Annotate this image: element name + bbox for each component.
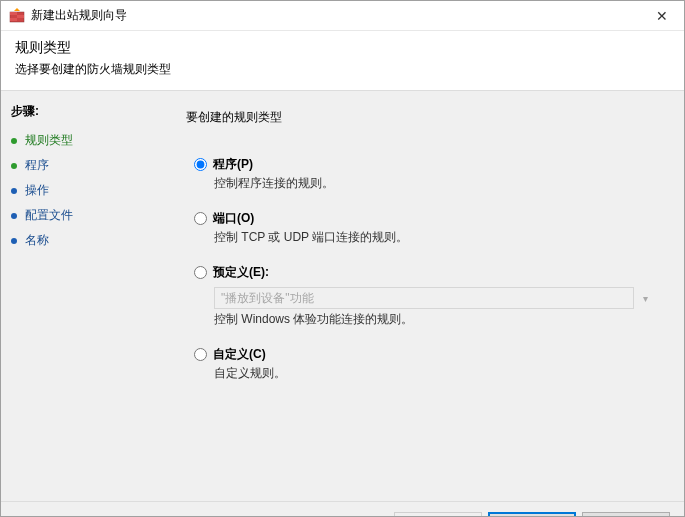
titlebar: 新建出站规则向导 ✕: [1, 1, 684, 31]
option-predefined: 预定义(E): "播放到设备"功能 ▾ 控制 Windows 体验功能连接的规则…: [194, 264, 654, 328]
radio-predefined[interactable]: 预定义(E):: [194, 264, 654, 281]
bullet-icon: [11, 188, 17, 194]
steps-heading: 步骤:: [11, 103, 166, 120]
radio-program[interactable]: 程序(P): [194, 156, 654, 173]
radio-custom-desc: 自定义规则。: [214, 365, 654, 382]
radio-custom[interactable]: 自定义(C): [194, 346, 654, 363]
sidebar-item-program[interactable]: 程序: [11, 153, 166, 178]
close-button[interactable]: ✕: [639, 1, 684, 30]
bullet-icon: [11, 238, 17, 244]
option-custom: 自定义(C) 自定义规则。: [194, 346, 654, 382]
radio-port-desc: 控制 TCP 或 UDP 端口连接的规则。: [214, 229, 654, 246]
sidebar-item-rule-type[interactable]: 规则类型: [11, 128, 166, 153]
radio-port-input[interactable]: [194, 212, 207, 225]
sidebar-item-label: 操作: [25, 182, 49, 199]
predefined-combo: "播放到设备"功能: [214, 287, 634, 309]
bullet-icon: [11, 213, 17, 219]
page-subtitle: 选择要创建的防火墙规则类型: [15, 61, 670, 78]
svg-rect-3: [10, 18, 17, 21]
radio-port[interactable]: 端口(O): [194, 210, 654, 227]
chevron-down-icon: ▾: [643, 293, 648, 304]
sidebar: 步骤: 规则类型 程序 操作 配置文件 名称: [1, 91, 176, 501]
option-program: 程序(P) 控制程序连接的规则。: [194, 156, 654, 192]
header: 规则类型 选择要创建的防火墙规则类型: [1, 31, 684, 91]
footer: < 上一步(B) 下一步(N) > 取消: [1, 501, 684, 517]
svg-rect-1: [10, 12, 17, 15]
next-button[interactable]: 下一步(N) >: [488, 512, 576, 517]
sidebar-item-label: 名称: [25, 232, 49, 249]
cancel-button[interactable]: 取消: [582, 512, 670, 517]
bullet-icon: [11, 138, 17, 144]
radio-program-input[interactable]: [194, 158, 207, 171]
question-text: 要创建的规则类型: [186, 109, 654, 126]
main-panel: 要创建的规则类型 程序(P) 控制程序连接的规则。 端口(O) 控制 TCP 或…: [176, 91, 684, 501]
sidebar-item-name[interactable]: 名称: [11, 228, 166, 253]
sidebar-item-action[interactable]: 操作: [11, 178, 166, 203]
radio-program-desc: 控制程序连接的规则。: [214, 175, 654, 192]
window-title: 新建出站规则向导: [31, 7, 127, 24]
sidebar-item-label: 规则类型: [25, 132, 73, 149]
firewall-icon: [9, 8, 25, 24]
sidebar-item-label: 配置文件: [25, 207, 73, 224]
sidebar-item-label: 程序: [25, 157, 49, 174]
radio-custom-input[interactable]: [194, 348, 207, 361]
radio-group: 程序(P) 控制程序连接的规则。 端口(O) 控制 TCP 或 UDP 端口连接…: [194, 156, 654, 382]
radio-custom-label: 自定义(C): [213, 346, 266, 363]
radio-predefined-input[interactable]: [194, 266, 207, 279]
radio-predefined-label: 预定义(E):: [213, 264, 269, 281]
page-title: 规则类型: [15, 39, 670, 57]
radio-port-label: 端口(O): [213, 210, 254, 227]
radio-program-label: 程序(P): [213, 156, 253, 173]
option-port: 端口(O) 控制 TCP 或 UDP 端口连接的规则。: [194, 210, 654, 246]
sidebar-item-profile[interactable]: 配置文件: [11, 203, 166, 228]
svg-rect-2: [17, 15, 24, 18]
back-button: < 上一步(B): [394, 512, 482, 517]
bullet-icon: [11, 163, 17, 169]
content-area: 步骤: 规则类型 程序 操作 配置文件 名称 要创建的规则类型: [1, 91, 684, 501]
radio-predefined-desc: 控制 Windows 体验功能连接的规则。: [214, 311, 654, 328]
